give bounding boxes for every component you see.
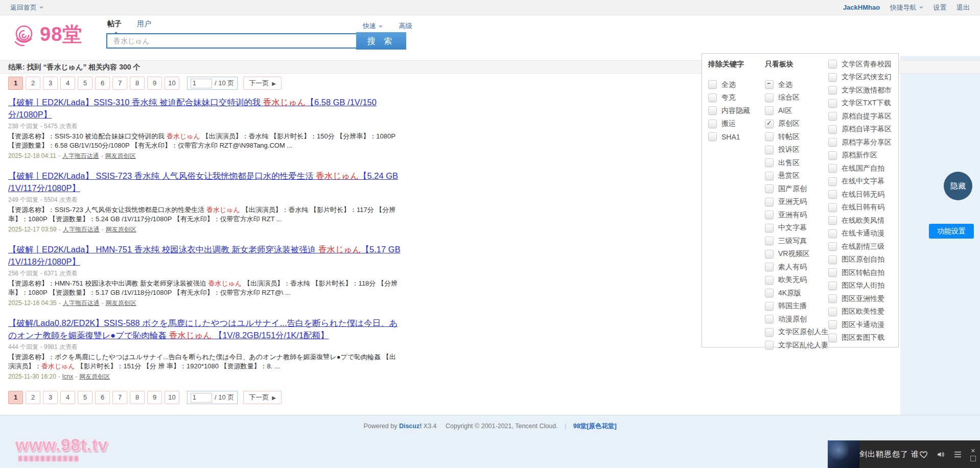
filter-checkbox-row[interactable]: 综合区 [765, 91, 828, 105]
result-forum-link[interactable]: 网友原创区 [106, 226, 136, 233]
result-author-link[interactable]: 人字拖百达通 [62, 152, 99, 159]
filter-checkbox-row[interactable]: 在线卡通动漫 [828, 227, 892, 241]
checkbox[interactable] [828, 73, 837, 82]
username-link[interactable]: JackHMhao [843, 4, 880, 11]
close-icon[interactable]: × [971, 448, 975, 454]
page-button[interactable]: 8 [130, 391, 145, 404]
checkbox[interactable] [828, 334, 837, 342]
quick-search-link[interactable]: 快速 [363, 22, 383, 30]
filter-checkbox-row[interactable]: 文学区原创人生 [765, 326, 828, 339]
result-forum-link[interactable]: 网友原创区 [79, 373, 110, 380]
checkbox[interactable] [765, 210, 774, 219]
filter-checkbox-row[interactable]: VR视频区 [765, 248, 828, 261]
checkbox[interactable] [765, 289, 774, 297]
filter-checkbox-row[interactable]: 在线日韩无码 [828, 188, 892, 201]
filter-checkbox-row[interactable]: 悬赏区 [765, 170, 828, 183]
checkbox[interactable] [828, 320, 837, 329]
checkbox[interactable] [708, 132, 717, 141]
checkbox[interactable] [765, 302, 774, 311]
result-title-link[interactable]: 【破解丨ED2K/Lada】SSIS-310 香水纯 被迫配合妹妹口交特训的我 … [8, 98, 377, 119]
checkbox[interactable] [765, 80, 774, 89]
filter-checkbox-row[interactable]: 原档自提字幕区 [828, 110, 892, 123]
filter-checkbox-row[interactable]: 4K原版 [765, 287, 828, 300]
page-jump-input[interactable] [191, 79, 212, 88]
checkbox[interactable] [765, 341, 774, 349]
page-button[interactable]: 6 [95, 77, 110, 90]
checkbox[interactable] [708, 120, 717, 128]
page-button[interactable]: 7 [112, 391, 127, 404]
checkbox[interactable] [765, 93, 774, 102]
filter-checkbox-row[interactable]: 国产原创 [765, 182, 828, 196]
checkbox[interactable] [765, 106, 774, 115]
function-settings-button[interactable]: 功能设置 [929, 224, 974, 239]
checkbox[interactable] [765, 198, 774, 206]
checkbox[interactable] [765, 250, 774, 259]
filter-checkbox-row[interactable]: 转帖区 [765, 130, 828, 144]
hide-panel-button[interactable]: 隐藏 [944, 172, 972, 200]
page-button[interactable]: 6 [95, 391, 110, 404]
search-input[interactable] [112, 34, 349, 49]
checkbox[interactable] [828, 308, 837, 316]
filter-checkbox-row[interactable]: 图区欧美性爱 [828, 306, 892, 319]
checkbox[interactable] [765, 120, 774, 128]
page-button[interactable]: 2 [26, 77, 40, 90]
result-forum-link[interactable]: 网友原创区 [106, 299, 136, 307]
filter-checkbox-row[interactable]: 文学区TXT下载 [828, 97, 892, 110]
filter-checkbox-row[interactable]: 在线欧美风情 [828, 214, 892, 227]
filter-checkbox-row[interactable]: 图区原创自拍 [828, 253, 892, 267]
checkbox[interactable] [828, 294, 837, 303]
filter-checkbox-row[interactable]: 文学区武侠玄幻 [828, 71, 892, 84]
filter-checkbox-row[interactable]: 在线中文字幕 [828, 175, 892, 189]
page-button[interactable]: 10 [165, 391, 179, 404]
checkbox[interactable] [765, 158, 774, 167]
checkbox[interactable] [828, 190, 837, 199]
result-forum-link[interactable]: 网友原创区 [105, 152, 136, 159]
checkbox[interactable] [828, 112, 837, 121]
filter-checkbox-row[interactable]: 全选 [765, 78, 828, 91]
page-button[interactable]: 5 [78, 391, 92, 404]
filter-checkbox-row[interactable]: 图区套图下载 [828, 332, 892, 345]
checkbox[interactable] [828, 229, 837, 238]
checkbox[interactable] [765, 328, 774, 337]
tab-users[interactable]: 用户 [137, 19, 151, 28]
page-button[interactable]: 1 [8, 391, 23, 404]
checkbox[interactable] [765, 276, 774, 285]
checkbox[interactable] [828, 268, 837, 277]
filter-checkbox-row[interactable]: 亚洲有码 [765, 208, 828, 222]
page-button[interactable]: 9 [147, 391, 162, 404]
filter-checkbox-row[interactable]: 原档自译字幕区 [828, 123, 892, 136]
checkbox[interactable] [828, 242, 837, 251]
result-author-link[interactable]: 人字拖百达通 [63, 299, 100, 307]
checkbox[interactable] [828, 151, 837, 160]
checkbox[interactable] [765, 172, 774, 180]
checkbox[interactable] [828, 203, 837, 212]
filter-checkbox-row[interactable]: 素人有码 [765, 261, 828, 274]
page-jump-input[interactable] [191, 393, 212, 403]
advanced-search-link[interactable]: 高级 [399, 22, 412, 30]
filter-checkbox-row[interactable]: 原档新作区 [828, 149, 892, 162]
result-title-link[interactable]: 【破解/Lada0.82/ED2K】SSIS-588 ボクを馬鹿にしたやつはユル… [8, 318, 398, 340]
page-button[interactable]: 3 [43, 391, 58, 404]
page-button[interactable]: 10 [165, 77, 179, 90]
filter-checkbox-row[interactable]: 出售区 [765, 156, 828, 170]
filter-checkbox-row[interactable]: 文学区青春校园 [828, 58, 892, 71]
filter-checkbox-row[interactable]: 在线日韩有码 [828, 201, 892, 215]
checkbox[interactable] [828, 125, 837, 134]
filter-checkbox-row[interactable]: 中文字幕 [765, 222, 828, 235]
filter-checkbox-row[interactable]: 韩国主播 [765, 300, 828, 313]
result-author-link[interactable]: lcnx [62, 373, 73, 380]
settings-link[interactable]: 设置 [933, 4, 946, 11]
checkbox[interactable] [765, 146, 774, 154]
result-title-link[interactable]: 【破解丨ED2K/Lada】 HMN-751 香水纯 校园泳衣中出调教 新女老师… [8, 245, 401, 266]
checkbox[interactable] [765, 224, 774, 232]
checkbox[interactable] [765, 263, 774, 271]
page-button[interactable]: 9 [147, 77, 162, 90]
checkbox[interactable] [765, 132, 774, 141]
filter-checkbox-row[interactable]: 在线剧情三级 [828, 240, 892, 253]
checkbox[interactable] [828, 99, 837, 108]
filter-checkbox-row[interactable]: 动漫原创 [765, 313, 828, 326]
checkbox[interactable] [828, 282, 837, 290]
logout-link[interactable]: 退出 [956, 4, 970, 11]
filter-checkbox-row[interactable]: 原档字幕分享区 [828, 136, 892, 149]
page-button[interactable]: 3 [43, 77, 58, 90]
